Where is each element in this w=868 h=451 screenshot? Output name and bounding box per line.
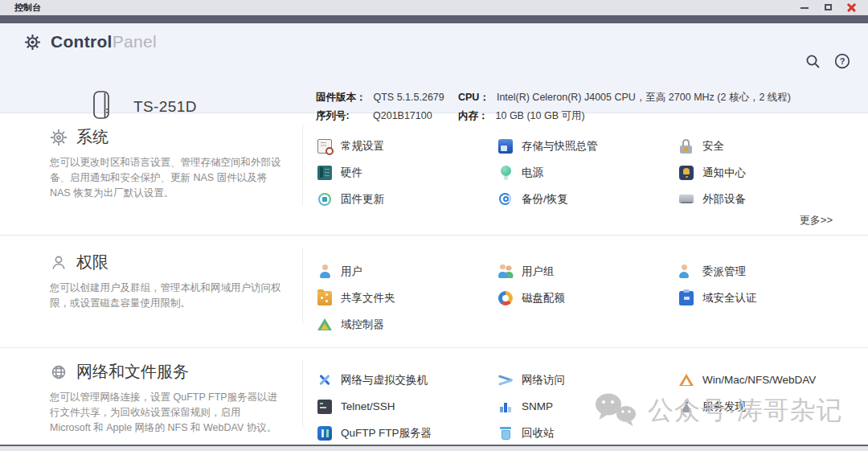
item-backup-restore[interactable]: 备份/恢复 [498,192,679,207]
item-firmware-update[interactable]: 固件更新 [317,192,498,207]
item-delegated-administration[interactable]: 委派管理 [679,264,839,279]
item-security[interactable]: 安全 [679,139,839,154]
item-user-groups[interactable]: 用户组 [498,264,679,279]
item-label: 网络与虚拟交换机 [341,373,428,387]
header-icons: ? [805,53,850,72]
backup-restore-icon [498,192,513,207]
item-label: 外部设备 [702,192,746,207]
page-title-bold: Control [51,32,113,51]
user-groups-icon [498,264,513,279]
section-title-system: 系统 [76,126,108,148]
item-label: 共享文件夹 [341,291,395,305]
item-label: 常规设置 [341,139,384,154]
item-notification-center[interactable]: 通知中心 [679,166,839,180]
disk-quota-icon [498,291,513,305]
item-label: 服务发现 [702,400,746,414]
general-settings-icon [317,139,332,154]
control-panel-main: 系统 您可以更改时区和语言设置、管理存储空间和外部设备、启用通知和安全保护、更新… [0,113,868,445]
close-icon[interactable] [846,2,857,13]
section-network-file-services: 网络和文件服务 您可以管理网络连接，设置 QuFTP FTP服务器以进行文件共享… [0,347,868,445]
item-label: 磁盘配额 [522,291,565,305]
search-icon[interactable] [805,54,821,72]
item-label: 硬件 [341,166,362,180]
firmware-version-line: 固件版本： QTS 5.1.5.2679 [316,88,444,107]
window-titlebar: 控制台 [0,0,868,15]
gear-outline-icon [50,129,68,146]
item-snmp[interactable]: SNMP [498,400,679,414]
item-label: 用户组 [522,264,555,279]
cpu-line: CPU： Intel(R) Celeron(R) J4005 CPU，至高 27… [458,88,791,107]
recycle-bin-icon [498,426,513,441]
minimize-icon[interactable] [800,2,810,13]
item-domain-controller[interactable]: 域控制器 [317,318,498,332]
item-label: 用户 [341,264,362,279]
cpu-label: CPU： [458,88,489,107]
item-label: Telnet/SSH [341,400,395,412]
item-label: 电源 [522,166,543,180]
vertical-divider [302,359,303,427]
item-shared-folders[interactable]: 共享文件夹 [317,291,498,305]
users-icon [317,264,332,279]
firmware-version-label: 固件版本： [316,88,366,107]
window-bottom-edge [0,445,868,451]
item-users[interactable]: 用户 [317,264,498,279]
delegated-administration-icon [679,264,694,279]
person-outline-icon [50,254,68,272]
section-system-items: 常规设置 存储与快照总管 安全 硬件 电源 通知中心 固件更新 备份/恢复 外部… [303,113,868,235]
service-discovery-icon [679,400,694,414]
window-accent-bar [0,15,868,23]
more-link[interactable]: 更多>> [800,213,833,228]
notification-center-icon [679,166,694,180]
item-network-access[interactable]: 网络访问 [498,373,679,387]
item-disk-quota[interactable]: 磁盘配额 [498,291,679,305]
external-device-icon [679,192,694,207]
firmware-version-value: QTS 5.1.5.2679 [374,88,444,107]
item-label: 备份/恢复 [522,192,568,207]
section-title-network: 网络和文件服务 [76,361,189,383]
hardware-icon [317,166,332,180]
globe-outline-icon [50,363,68,381]
win-mac-nfs-webdav-icon [679,373,694,387]
item-label: 通知中心 [702,166,746,180]
section-network-items: 网络与虚拟交换机 网络访问 Win/Mac/NFS/WebDAV Telnet/… [303,348,868,445]
item-label: 存储与快照总管 [522,139,598,154]
domain-controller-icon [317,318,332,332]
shared-folders-icon [317,291,332,305]
maximize-icon[interactable] [823,2,833,13]
section-privilege-summary: 权限 您可以创建用户及群组，管理本机和网域用户访问权限，或设置磁盘容量使用限制。 [0,236,303,347]
item-telnet-ssh[interactable]: Telnet/SSH [317,400,498,414]
item-domain-security[interactable]: 域安全认证 [679,290,839,305]
power-icon [498,166,513,180]
item-power[interactable]: 电源 [498,166,679,180]
item-label: 域安全认证 [702,291,757,305]
storage-snapshots-icon [498,139,513,154]
section-description-privilege: 您可以创建用户及群组，管理本机和网域用户访问权限，或设置磁盘容量使用限制。 [50,281,282,311]
firmware-update-icon [317,192,332,207]
security-lock-icon [679,139,694,154]
section-description-network: 您可以管理网络连接，设置 QuFTP FTP服务器以进行文件共享，为回收站设置保… [50,390,282,436]
item-label: 域控制器 [341,318,384,332]
item-hardware[interactable]: 硬件 [317,166,498,180]
app-brand: ControlPanel [0,23,868,51]
item-external-device[interactable]: 外部设备 [679,192,839,207]
item-network-virtual-switch[interactable]: 网络与虚拟交换机 [317,373,498,387]
cpu-value: Intel(R) Celeron(R) J4005 CPU，至高 2700 MH… [497,88,791,107]
help-icon[interactable]: ? [834,53,850,72]
item-quftp-ftp-server[interactable]: QuFTP FTP服务器 [317,426,498,441]
item-storage-snapshots[interactable]: 存储与快照总管 [498,139,679,154]
item-label: 委派管理 [702,264,746,279]
control-panel-gear-icon [24,34,41,51]
section-network-summary: 网络和文件服务 您可以管理网络连接，设置 QuFTP FTP服务器以进行文件共享… [0,348,303,445]
item-service-discovery[interactable]: 服务发现 [679,400,839,414]
page-title: ControlPanel [51,32,157,51]
network-access-icon [498,373,513,387]
item-win-mac-nfs-webdav[interactable]: Win/Mac/NFS/WebDAV [679,373,839,387]
item-recycle-bin[interactable]: 回收站 [498,426,679,441]
item-label: QuFTP FTP服务器 [341,426,432,441]
section-description-system: 您可以更改时区和语言设置、管理存储空间和外部设备、启用通知和安全保护、更新 NA… [50,155,282,201]
item-general-settings[interactable]: 常规设置 [317,139,498,154]
quftp-ftp-server-icon [317,426,332,441]
vertical-divider [302,248,303,323]
network-virtual-switch-icon [317,373,332,387]
snmp-icon [498,400,513,414]
